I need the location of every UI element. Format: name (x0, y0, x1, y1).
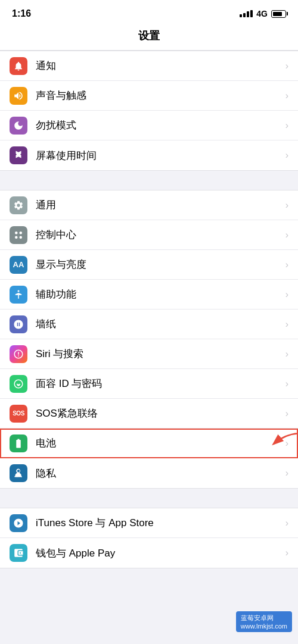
faceid-label: 面容 ID 与密码 (36, 377, 285, 390)
chevron-icon: › (285, 518, 288, 529)
chevron-icon: › (285, 379, 288, 389)
settings-item-wallpaper[interactable]: 墙纸 › (0, 310, 298, 339)
wallpaper-icon (10, 315, 27, 333)
chevron-icon: › (285, 90, 288, 101)
settings-item-siri[interactable]: Siri 与搜索 › (0, 339, 298, 369)
sos-label: SOS紧急联络 (36, 407, 285, 420)
settings-item-general[interactable]: 通用 › (0, 190, 298, 220)
accessibility-icon (10, 286, 27, 304)
itunes-icon (10, 514, 27, 532)
chevron-icon: › (285, 548, 288, 558)
settings-section-1: 通知 › 声音与触感 › 勿扰模式 › 屏幕使用时间 › (0, 51, 298, 171)
battery-status-icon (271, 10, 286, 18)
settings-item-privacy[interactable]: 隐私 › (0, 458, 298, 488)
sound-icon (10, 87, 27, 105)
watermark: 蓝莓安卓网www.lmkjst.com (236, 611, 292, 632)
chevron-icon: › (285, 150, 288, 161)
faceid-icon (10, 375, 27, 393)
settings-item-controlcenter[interactable]: 控制中心 › (0, 220, 298, 250)
settings-section-2: 通用 › 控制中心 › AA 显示与亮度 › 辅助功能 › 墙纸 › Siri … (0, 190, 298, 489)
siri-label: Siri 与搜索 (36, 347, 285, 361)
settings-item-battery[interactable]: 电池 › (0, 429, 298, 458)
settings-item-accessibility[interactable]: 辅助功能 › (0, 280, 298, 310)
svg-point-1 (20, 232, 23, 235)
network-type: 4G (256, 9, 268, 18)
battery-icon (10, 434, 27, 452)
controlcenter-label: 控制中心 (36, 228, 285, 242)
chevron-icon: › (285, 200, 288, 211)
chevron-icon: › (285, 319, 288, 330)
section-gap-1 (0, 171, 298, 190)
wallet-icon (10, 544, 27, 562)
chevron-icon: › (285, 468, 288, 479)
dnd-label: 勿扰模式 (36, 118, 285, 132)
settings-section-3: iTunes Store 与 App Store › 钱包与 Apple Pay… (0, 508, 298, 568)
wallpaper-label: 墙纸 (36, 317, 285, 331)
general-icon (10, 196, 27, 214)
svg-point-4 (18, 290, 20, 292)
controlcenter-icon (10, 226, 27, 244)
chevron-icon: › (285, 289, 288, 300)
battery-label: 电池 (36, 436, 285, 450)
wallet-label: 钱包与 Apple Pay (36, 546, 285, 560)
chevron-icon: › (285, 349, 288, 359)
svg-point-2 (15, 236, 18, 239)
sos-icon: SOS (10, 405, 27, 423)
screentime-icon (10, 146, 27, 164)
svg-point-0 (15, 232, 18, 235)
notification-icon (10, 57, 27, 75)
settings-item-itunes[interactable]: iTunes Store 与 App Store › (0, 508, 298, 538)
status-indicators: 4G (240, 9, 286, 18)
settings-item-wallet[interactable]: 钱包与 Apple Pay › (0, 538, 298, 568)
settings-item-dnd[interactable]: 勿扰模式 › (0, 111, 298, 140)
settings-item-faceid[interactable]: 面容 ID 与密码 › (0, 369, 298, 399)
notification-label: 通知 (36, 59, 285, 73)
chevron-icon: › (285, 230, 288, 240)
status-bar: 1:16 4G (0, 0, 298, 24)
chevron-icon: › (285, 408, 288, 419)
status-time: 1:16 (12, 8, 31, 19)
chevron-icon: › (285, 260, 288, 270)
settings-item-display[interactable]: AA 显示与亮度 › (0, 250, 298, 280)
display-icon: AA (10, 256, 27, 274)
settings-item-sos[interactable]: SOS SOS紧急联络 › (0, 399, 298, 429)
general-label: 通用 (36, 198, 285, 212)
signal-icon (240, 10, 253, 17)
privacy-icon (10, 464, 27, 482)
display-label: 显示与亮度 (36, 258, 285, 271)
chevron-icon: › (285, 61, 288, 71)
dnd-icon (10, 117, 27, 135)
chevron-icon: › (285, 438, 288, 449)
settings-item-sound[interactable]: 声音与触感 › (0, 81, 298, 111)
itunes-label: iTunes Store 与 App Store (36, 516, 285, 530)
screentime-label: 屏幕使用时间 (36, 149, 285, 162)
settings-item-notification[interactable]: 通知 › (0, 51, 298, 81)
accessibility-label: 辅助功能 (36, 287, 285, 301)
settings-item-screentime[interactable]: 屏幕使用时间 › (0, 140, 298, 170)
page-title: 设置 (0, 24, 298, 51)
sound-label: 声音与触感 (36, 89, 285, 102)
siri-icon (10, 345, 27, 363)
svg-point-3 (20, 236, 23, 239)
privacy-label: 隐私 (36, 467, 285, 480)
section-gap-2 (0, 489, 298, 508)
chevron-icon: › (285, 120, 288, 131)
